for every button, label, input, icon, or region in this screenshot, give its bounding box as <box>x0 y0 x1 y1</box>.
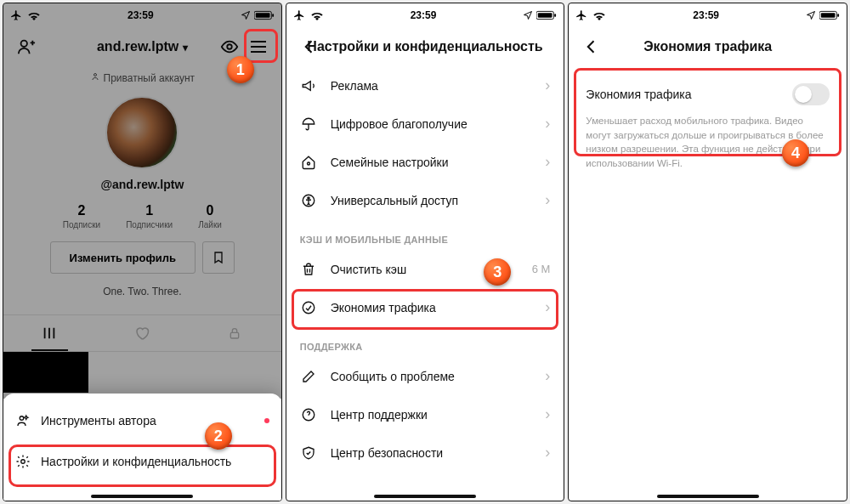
chevron-right-icon: › <box>545 444 550 462</box>
username-dropdown[interactable]: and.rew.lptw ▾ <box>3 39 281 54</box>
profile-topbar: and.rew.lptw ▾ <box>3 27 281 66</box>
page-title: Настройки и конфиденциальность <box>286 39 564 54</box>
section-header-support: ПОДДЕРЖКА <box>286 326 564 357</box>
svg-point-5 <box>94 74 96 76</box>
row-label: Семейные настройки <box>331 156 449 169</box>
megaphone-icon <box>300 78 317 93</box>
location-icon <box>806 10 816 20</box>
accessibility-icon <box>300 193 317 208</box>
screen-data-saver: 23:59 Экономия трафика Экономия трафика … <box>568 3 847 501</box>
bio-text: One. Two. Three. <box>103 286 181 297</box>
chevron-right-icon: › <box>545 153 550 171</box>
help-icon <box>300 407 317 422</box>
stat-likes[interactable]: 0 Лайки <box>198 203 222 229</box>
svg-rect-10 <box>555 14 557 17</box>
status-bar: 23:59 <box>3 3 281 27</box>
svg-point-14 <box>308 196 309 198</box>
home-indicator <box>91 495 193 498</box>
svg-rect-1 <box>272 14 274 17</box>
row-report-problem[interactable]: Сообщить о проблеме › <box>286 357 564 395</box>
row-label: Очистить кэш <box>331 263 407 276</box>
data-saver-card: Экономия трафика Уменьшает расход мобиль… <box>577 73 838 183</box>
chevron-right-icon: › <box>545 191 550 209</box>
screen-profile: 23:59 and.rew.lptw ▾ Приватный аккаунт <box>3 3 282 501</box>
handle-label: @and.rew.lptw <box>100 178 184 191</box>
home-indicator <box>657 495 759 498</box>
status-time: 23:59 <box>606 9 806 21</box>
airplane-icon <box>293 9 305 21</box>
stat-followers[interactable]: 1 Подписчики <box>126 203 173 229</box>
sheet-settings-privacy[interactable]: Настройки и конфиденциальность <box>3 441 281 482</box>
battery-icon <box>819 10 840 20</box>
status-bar: 23:59 <box>286 3 564 27</box>
battery-icon <box>536 10 557 20</box>
airplane-icon <box>575 9 587 21</box>
thumbnail[interactable] <box>3 352 88 393</box>
row-digital-wellbeing[interactable]: Цифровое благополучие › <box>286 105 564 143</box>
private-account-row: Приватный аккаунт <box>90 71 196 84</box>
bottom-sheet: Инструменты автора Настройки и конфиденц… <box>3 394 281 501</box>
data-saver-description: Уменьшает расход мобильного трафика. Вид… <box>586 114 830 171</box>
svg-point-15 <box>303 302 314 314</box>
edit-icon <box>300 369 317 384</box>
location-icon <box>523 10 533 20</box>
svg-rect-6 <box>231 332 239 338</box>
row-label: Сообщить о проблеме <box>331 370 455 383</box>
row-value: 6 M <box>532 263 551 275</box>
edit-profile-button[interactable]: Изменить профиль <box>50 241 196 274</box>
row-label: Цифровое благополучие <box>331 117 468 131</box>
row-label: Универсальный доступ <box>331 194 459 207</box>
airplane-icon <box>10 9 22 21</box>
row-help-center[interactable]: Центр поддержки › <box>286 395 564 433</box>
username-label: and.rew.lptw <box>97 39 178 54</box>
row-accessibility[interactable]: Универсальный доступ › <box>286 181 564 219</box>
chevron-right-icon: › <box>545 76 550 94</box>
tab-liked[interactable] <box>96 315 189 351</box>
row-label: Центр поддержки <box>331 408 428 422</box>
chevron-right-icon: › <box>545 298 550 316</box>
row-clear-cache[interactable]: Очистить кэш 6 M <box>286 250 564 288</box>
wifi-icon <box>27 10 41 20</box>
chevron-down-icon: ▾ <box>183 42 188 54</box>
sheet-item-label: Инструменты автора <box>41 414 156 428</box>
tab-private[interactable] <box>189 315 281 351</box>
bookmark-button[interactable] <box>202 241 235 274</box>
toggle-label: Экономия трафика <box>586 88 691 101</box>
row-label: Экономия трафика <box>331 301 436 314</box>
row-label: Центр безопасности <box>331 446 443 460</box>
content-tabs <box>3 314 281 352</box>
chevron-right-icon: › <box>545 405 550 423</box>
lock-person-icon <box>90 71 100 84</box>
data-saver-icon <box>300 300 317 315</box>
settings-topbar: Настройки и конфиденциальность <box>286 27 564 66</box>
row-family[interactable]: Семейные настройки › <box>286 143 564 181</box>
battery-icon <box>254 10 275 20</box>
data-saver-toggle[interactable] <box>792 83 830 105</box>
location-icon <box>241 10 251 20</box>
stat-following[interactable]: 2 Подписки <box>63 203 100 229</box>
svg-rect-11 <box>538 13 552 18</box>
status-time: 23:59 <box>324 9 524 21</box>
chevron-right-icon: › <box>545 367 550 385</box>
page-title: Экономия трафика <box>569 39 847 54</box>
wifi-icon <box>592 10 606 20</box>
shield-icon <box>300 445 317 461</box>
notification-dot <box>264 418 269 423</box>
row-data-saver[interactable]: Экономия трафика › <box>286 288 564 326</box>
status-bar: 23:59 <box>569 3 847 27</box>
screen-settings: 23:59 Настройки и конфиденциальность Рек… <box>286 3 565 501</box>
svg-point-8 <box>21 460 26 464</box>
trash-icon <box>300 262 317 277</box>
row-safety-center[interactable]: Центр безопасности › <box>286 433 564 472</box>
sheet-creator-tools[interactable]: Инструменты автора <box>3 400 281 441</box>
section-header-cache: КЭШ И МОБИЛЬНЫЕ ДАННЫЕ <box>286 219 564 250</box>
row-label: Реклама <box>331 79 378 93</box>
svg-rect-2 <box>256 13 270 18</box>
status-time: 23:59 <box>41 9 241 21</box>
sheet-item-label: Настройки и конфиденциальность <box>41 455 231 468</box>
tab-posts[interactable] <box>3 315 96 351</box>
svg-rect-19 <box>821 13 836 18</box>
svg-point-12 <box>307 162 309 165</box>
avatar[interactable] <box>105 96 178 169</box>
row-ads[interactable]: Реклама › <box>286 66 564 105</box>
